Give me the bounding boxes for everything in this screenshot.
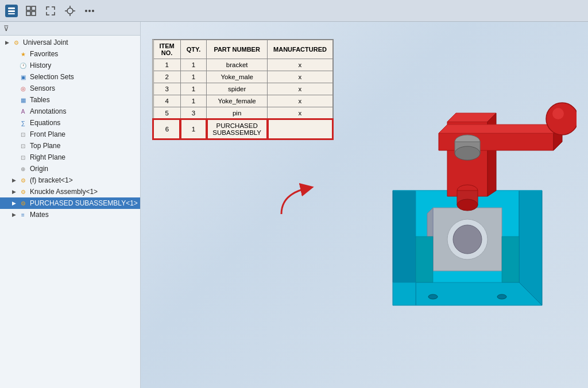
svg-point-42 bbox=[428, 294, 438, 299]
svg-point-12 bbox=[85, 10, 87, 12]
sidebar-item-selection-sets[interactable]: ▣Selection Sets bbox=[0, 71, 140, 83]
sensors-icon: ◎ bbox=[18, 84, 28, 93]
svg-rect-4 bbox=[32, 6, 36, 10]
main-area: ⊽ ▶⚙Universal Joint★Favorites🕐History▣Se… bbox=[0, 22, 588, 388]
right-plane-expand-arrow[interactable] bbox=[10, 154, 17, 161]
front-plane-icon: ⊡ bbox=[18, 130, 28, 139]
history-label: History bbox=[30, 61, 51, 69]
annotation-arrow bbox=[276, 183, 322, 217]
more-button[interactable] bbox=[80, 2, 99, 20]
fit-button[interactable] bbox=[41, 2, 60, 20]
bom-row-3: 31spiderx bbox=[153, 83, 332, 95]
svg-point-7 bbox=[67, 8, 73, 14]
equations-expand-arrow[interactable] bbox=[10, 119, 17, 126]
col-header-item: ITEMNO. bbox=[153, 40, 180, 59]
bom-part-6: PURCHASEDSUBASSEMBLY bbox=[207, 119, 268, 139]
top-plane-expand-arrow[interactable] bbox=[10, 142, 17, 149]
purchased-expand-arrow[interactable]: ▶ bbox=[10, 200, 17, 207]
fit-icon bbox=[45, 5, 56, 17]
universal-joint-expand-arrow[interactable]: ▶ bbox=[3, 39, 10, 46]
bracket-expand-arrow[interactable]: ▶ bbox=[10, 177, 17, 184]
home-icon bbox=[5, 5, 18, 17]
col-header-part: PART NUMBER bbox=[207, 40, 268, 59]
bom-qty-6: 1 bbox=[180, 119, 206, 139]
history-expand-arrow[interactable] bbox=[10, 62, 17, 69]
selection-sets-label: Selection Sets bbox=[30, 73, 74, 81]
svg-marker-41 bbox=[393, 282, 416, 305]
bom-item-3: 3 bbox=[153, 83, 180, 95]
knuckle-expand-arrow[interactable]: ▶ bbox=[10, 188, 17, 195]
view-icon bbox=[25, 5, 37, 17]
mates-label: Mates bbox=[30, 211, 49, 219]
sidebar-item-universal-joint[interactable]: ▶⚙Universal Joint bbox=[0, 37, 140, 48]
bom-table: ITEMNO. QTY. PART NUMBER MANUFACTURED 11… bbox=[153, 40, 333, 139]
filter-icon[interactable]: ⊽ bbox=[3, 24, 9, 33]
bom-mfg-3: x bbox=[268, 83, 333, 95]
bom-part-4: Yoke_female bbox=[207, 95, 268, 107]
svg-rect-0 bbox=[8, 7, 15, 9]
sensors-expand-arrow[interactable] bbox=[10, 85, 17, 92]
bom-row-2: 21Yoke_malex bbox=[153, 71, 332, 83]
mates-expand-arrow[interactable]: ▶ bbox=[10, 211, 17, 218]
history-icon: 🕐 bbox=[18, 61, 28, 70]
bom-table-wrapper: ITEMNO. QTY. PART NUMBER MANUFACTURED 11… bbox=[152, 39, 334, 140]
equations-icon: ∑ bbox=[18, 118, 28, 127]
svg-point-43 bbox=[497, 294, 506, 299]
sidebar-item-purchased[interactable]: ▶⚙PURCHASED SUBASSEMBLY<1> bbox=[0, 197, 140, 209]
crosshair-icon bbox=[64, 5, 76, 17]
right-plane-label: Right Plane bbox=[30, 153, 65, 161]
sidebar: ⊽ ▶⚙Universal Joint★Favorites🕐History▣Se… bbox=[0, 22, 141, 388]
bom-item-1: 1 bbox=[153, 59, 180, 71]
svg-point-38 bbox=[457, 199, 478, 211]
sidebar-item-annotations[interactable]: AAnnotations bbox=[0, 106, 140, 117]
tables-expand-arrow[interactable] bbox=[10, 96, 17, 103]
view-button[interactable] bbox=[22, 2, 40, 20]
origin-icon: ⊕ bbox=[18, 164, 28, 173]
sidebar-item-sensors[interactable]: ◎Sensors bbox=[0, 83, 140, 94]
bom-row-4: 41Yoke_femalex bbox=[153, 95, 332, 107]
selection-sets-expand-arrow[interactable] bbox=[10, 73, 17, 80]
bom-qty-2: 1 bbox=[180, 71, 206, 83]
more-icon bbox=[84, 5, 95, 17]
sidebar-item-right-plane[interactable]: ⊡Right Plane bbox=[0, 152, 140, 163]
col-header-mfg: MANUFACTURED bbox=[268, 40, 333, 59]
bom-part-5: pin bbox=[207, 107, 268, 120]
toolbar bbox=[0, 0, 588, 22]
bom-part-2: Yoke_male bbox=[207, 71, 268, 83]
sidebar-item-favorites[interactable]: ★Favorites bbox=[0, 48, 140, 60]
sidebar-item-history[interactable]: 🕐History bbox=[0, 60, 140, 71]
sidebar-item-mates[interactable]: ▶≡Mates bbox=[0, 209, 140, 220]
sidebar-item-equations[interactable]: ∑Equations bbox=[0, 117, 140, 129]
bom-row-6: 61PURCHASEDSUBASSEMBLY bbox=[153, 119, 332, 139]
annotations-expand-arrow[interactable] bbox=[10, 108, 17, 115]
sidebar-item-top-plane[interactable]: ⊡Top Plane bbox=[0, 140, 140, 152]
annotations-icon: A bbox=[18, 107, 28, 116]
front-plane-label: Front Plane bbox=[30, 130, 65, 138]
sidebar-item-tables[interactable]: ▦Tables bbox=[0, 94, 140, 106]
right-plane-icon: ⊡ bbox=[18, 153, 28, 162]
bom-mfg-4: x bbox=[268, 95, 333, 107]
sidebar-item-front-plane[interactable]: ⊡Front Plane bbox=[0, 129, 140, 140]
favorites-expand-arrow[interactable] bbox=[10, 51, 17, 57]
svg-point-31 bbox=[546, 103, 577, 135]
selection-sets-icon: ▣ bbox=[18, 72, 28, 82]
bom-row-1: 11bracketx bbox=[153, 59, 332, 71]
sidebar-item-knuckle[interactable]: ▶⚙Knuckle Assembly<1> bbox=[0, 186, 140, 197]
svg-point-13 bbox=[88, 10, 91, 12]
top-plane-label: Top Plane bbox=[30, 142, 60, 150]
svg-point-23 bbox=[453, 225, 482, 254]
svg-marker-39 bbox=[416, 236, 433, 282]
top-plane-icon: ⊡ bbox=[18, 141, 28, 150]
origin-expand-arrow[interactable] bbox=[10, 165, 17, 172]
sidebar-item-origin[interactable]: ⊕Origin bbox=[0, 163, 140, 174]
home-button[interactable] bbox=[2, 2, 21, 20]
purchased-icon: ⚙ bbox=[18, 199, 28, 208]
front-plane-expand-arrow[interactable] bbox=[10, 131, 17, 138]
crosshair-button[interactable] bbox=[61, 2, 79, 20]
svg-marker-40 bbox=[502, 236, 519, 282]
bom-mfg-2: x bbox=[268, 71, 333, 83]
bom-mfg-1: x bbox=[268, 59, 333, 71]
bracket-icon: ⚙ bbox=[18, 176, 28, 185]
svg-point-32 bbox=[552, 108, 564, 119]
sidebar-item-bracket[interactable]: ▶⚙(f) bracket<1> bbox=[0, 174, 140, 186]
